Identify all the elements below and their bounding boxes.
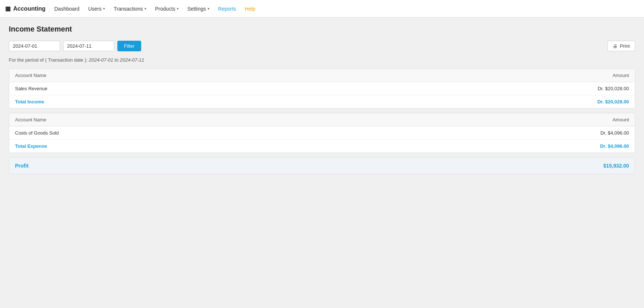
profit-value: $15,932.00 [603,163,629,169]
expense-total-label: Total Expense [9,140,370,153]
income-table: Account Name Amount Sales Revenue Dr. $2… [9,69,635,108]
income-account-name: Sales Revenue [9,82,325,95]
table-row: Costs of Goods Sold Dr. $4,096.00 [9,126,635,140]
income-account-amount: Dr. $20,028.00 [325,82,635,95]
period-text: For the period of ( Transaction date ): … [9,57,635,63]
chevron-down-icon: ▾ [177,7,179,11]
chevron-down-icon: ▾ [103,7,105,11]
expense-section: Account Name Amount Costs of Goods Sold … [9,113,635,153]
expense-account-name: Costs of Goods Sold [9,126,370,140]
nav-item-transactions[interactable]: Transactions ▾ [110,4,150,14]
brand-icon: ▦ [4,6,11,12]
income-total-row: Total Income Dr. $20,028.00 [9,95,635,109]
page-content: Income Statement Filter 🖨 Print For the … [0,18,644,182]
income-col-amount: Amount [325,69,635,82]
table-row: Sales Revenue Dr. $20,028.00 [9,82,635,95]
nav-item-dashboard[interactable]: Dashboard [51,4,83,14]
profit-section: Profit $15,932.00 [9,157,635,174]
expense-account-amount: Dr. $4,096.00 [370,126,635,140]
nav-item-settings[interactable]: Settings ▾ [184,4,213,14]
expense-col-amount: Amount [370,113,635,126]
nav-item-products[interactable]: Products ▾ [151,4,182,14]
page-title: Income Statement [9,25,635,33]
chevron-down-icon: ▾ [208,7,209,11]
income-total-label: Total Income [9,95,325,109]
profit-label: Profit [15,163,29,169]
income-col-account: Account Name [9,69,325,82]
nav-item-reports[interactable]: Reports [215,4,240,14]
nav-item-users[interactable]: Users ▾ [85,4,109,14]
print-icon: 🖨 [613,43,618,49]
expense-total-amount: Dr. $4,096.00 [370,140,635,153]
profit-row: Profit $15,932.00 [9,158,635,174]
navbar: ▦ Accounting Dashboard Users ▾ Transacti… [0,0,644,18]
expense-total-row: Total Expense Dr. $4,096.00 [9,140,635,153]
brand[interactable]: ▦ Accounting [4,6,45,12]
print-button[interactable]: 🖨 Print [607,41,635,51]
date-to-input[interactable] [63,41,114,51]
brand-name: Accounting [13,6,45,12]
income-total-amount: Dr. $20,028.00 [325,95,635,109]
chevron-down-icon: ▾ [144,7,146,11]
expense-table: Account Name Amount Costs of Goods Sold … [9,113,635,153]
print-label: Print [620,43,630,49]
expense-col-account: Account Name [9,113,370,126]
income-section: Account Name Amount Sales Revenue Dr. $2… [9,69,635,109]
nav-item-help[interactable]: Help [241,4,259,14]
filter-button[interactable]: Filter [117,41,141,51]
filter-bar: Filter 🖨 Print [9,41,635,51]
date-from-input[interactable] [9,41,60,51]
